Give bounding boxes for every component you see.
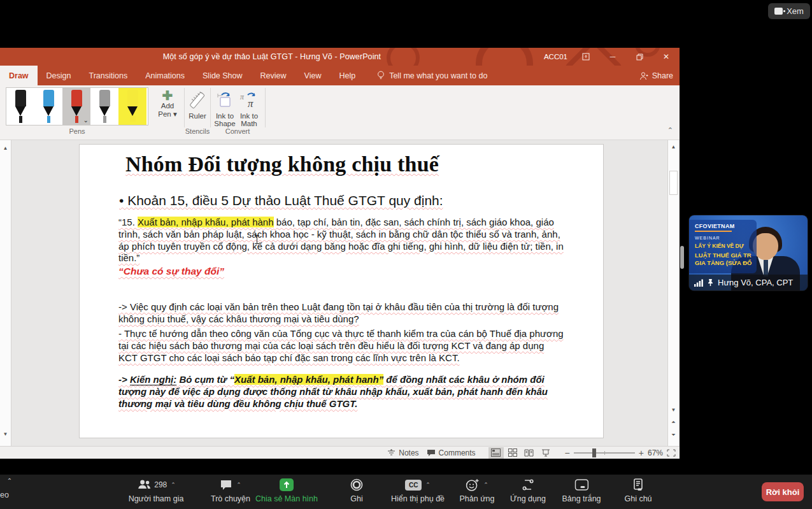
group-label-convert: Convert xyxy=(210,127,265,135)
restore-button[interactable] xyxy=(626,48,653,66)
tab-animations[interactable]: Animations xyxy=(136,66,194,85)
participants-label: Người tham gia xyxy=(129,494,184,503)
slide-sorter-view-button[interactable] xyxy=(505,447,520,459)
leave-button[interactable]: Rời khỏi xyxy=(762,482,804,501)
toolbar-reactions[interactable]: ⌃ Phản ứng xyxy=(460,478,495,503)
whiteboard-icon xyxy=(574,479,588,491)
yellow-highlighter[interactable] xyxy=(118,88,146,125)
fit-slide-to-window-icon[interactable] xyxy=(667,449,676,457)
status-bar: Notes Comments − xyxy=(0,446,680,459)
comments-toggle[interactable]: Comments xyxy=(427,448,476,457)
tab-design[interactable]: Design xyxy=(38,66,80,85)
share-label: Share xyxy=(652,71,673,80)
titlebar: Một số góp ý về dự thảo Luật GTGT - Hưng… xyxy=(0,48,680,66)
scroll-down-icon[interactable]: ▼ xyxy=(3,431,8,437)
reactions-smiley-icon xyxy=(466,478,480,491)
toolbar-participants[interactable]: 298 ⌃ Người tham gia xyxy=(129,478,184,503)
ribbon-display-options-button[interactable] xyxy=(573,48,599,66)
scroll-up-icon[interactable]: ▲ xyxy=(3,145,8,151)
scrollbar-thumb[interactable] xyxy=(669,171,678,195)
toolbar-video-partial[interactable]: ⌃ eo xyxy=(0,477,19,499)
chevron-up-icon[interactable]: ⌃ xyxy=(0,477,19,484)
minimize-button[interactable]: ─ xyxy=(599,48,626,66)
text-cursor xyxy=(254,235,260,244)
toolbar-apps[interactable]: Ứng dụng xyxy=(510,478,546,503)
ink-to-math-button[interactable]: ππ Ink to Math xyxy=(237,89,261,127)
chevron-up-icon[interactable]: ⌃ xyxy=(171,482,176,488)
slide-paragraph-no-change: “Chưa có sự thay đổi” xyxy=(118,266,564,278)
thumbnail-pane-scrollbar[interactable]: ▲ ▼ xyxy=(0,140,11,446)
reading-view-button[interactable] xyxy=(522,447,537,459)
previous-slide-button[interactable]: ⏶ xyxy=(668,419,679,426)
chevron-up-icon[interactable]: ⌃ xyxy=(425,482,431,488)
toolbar-notes[interactable]: Ghi chú xyxy=(624,478,652,503)
comments-icon xyxy=(427,449,436,457)
next-slide-button[interactable]: ⏷ xyxy=(668,432,679,438)
normal-view-button[interactable] xyxy=(488,447,504,459)
tab-draw[interactable]: Draw xyxy=(0,66,38,85)
slide-paragraph-recommendation: -> Kiến nghị: Bỏ cụm từ “Xuất bản, nhập … xyxy=(118,374,564,410)
black-pen[interactable] xyxy=(6,88,34,125)
tell-me-box[interactable]: Tell me what you want to do xyxy=(368,66,496,85)
tell-me-label: Tell me what you want to do xyxy=(389,71,487,80)
video-name-bar: Hưng Võ, CPA, CPT xyxy=(689,275,808,290)
ink-to-shape-icon xyxy=(213,89,237,111)
slide-title: Nhóm Đối tượng không chịu thuế xyxy=(125,152,439,176)
slide-scrollbar[interactable]: ▲ ▼ ⏶ ⏷ xyxy=(667,140,679,446)
speaker-video-tile[interactable]: CFOVIETNAM WEBINAR LẤY Ý KIẾN VỀ DỰ LUẬT… xyxy=(689,215,808,290)
lightbulb-icon xyxy=(377,71,385,80)
red-pen-selected[interactable]: ⌄ xyxy=(62,88,90,125)
screen: Xem Một số góp ý về dự thảo Luật GTGT - … xyxy=(0,0,812,509)
apps-label: Ứng dụng xyxy=(510,494,546,503)
scroll-up-icon[interactable]: ▲ xyxy=(668,144,679,150)
webinar-topic-line3: GIA TĂNG (SỬA ĐỔ xyxy=(695,259,752,266)
slide-paragraph-law-text: “15. Xuất bản, nhập khẩu, phát hành báo,… xyxy=(118,217,564,264)
tab-review[interactable]: Review xyxy=(252,66,296,85)
blue-pen[interactable] xyxy=(34,88,62,125)
zoom-slider[interactable] xyxy=(574,452,635,454)
toolbar-share-screen[interactable]: Chia sẻ Màn hình xyxy=(255,478,318,503)
scroll-down-icon[interactable]: ▼ xyxy=(668,407,679,413)
tab-slide-show[interactable]: Slide Show xyxy=(194,66,252,85)
ink-to-shape-button[interactable]: Ink to Shape xyxy=(213,89,237,127)
svg-text:π: π xyxy=(240,92,245,101)
account-label: ACC01 xyxy=(544,53,567,61)
captions-label: Hiển thị phụ đề xyxy=(391,494,445,503)
ruler-button[interactable]: Ruler xyxy=(187,89,208,120)
view-button[interactable]: Xem xyxy=(768,3,810,19)
share-screen-icon xyxy=(279,478,294,492)
toolbar-whiteboard[interactable]: Bảng trắng xyxy=(562,478,601,503)
share-button[interactable]: Share xyxy=(639,66,673,85)
toolbar-record[interactable]: Ghi xyxy=(350,478,363,503)
tab-view[interactable]: View xyxy=(296,66,331,85)
pen-dropdown-chevron-icon[interactable]: ⌄ xyxy=(83,117,89,124)
gray-pencil[interactable] xyxy=(90,88,118,125)
zoom-percent[interactable]: 67% xyxy=(648,448,663,457)
brand-logo: CFOVIETNAM xyxy=(695,223,757,229)
meeting-toolbar: ⌃ eo 298 ⌃ Người tham gia ⌃ Trò chuyện C… xyxy=(0,475,812,509)
tab-help[interactable]: Help xyxy=(330,66,364,85)
zoom-slider-thumb[interactable] xyxy=(592,448,596,457)
zoom-in-button[interactable]: + xyxy=(639,448,644,458)
slide-paragraph-question: -> Việc quy định các loại văn bản trên t… xyxy=(118,301,564,326)
toolbar-captions[interactable]: CC ⌃ Hiển thị phụ đề xyxy=(391,478,445,503)
view-layout-icon xyxy=(774,8,783,15)
close-button[interactable]: ✕ xyxy=(653,48,680,66)
tab-transitions[interactable]: Transitions xyxy=(80,66,137,85)
zoom-out-button[interactable]: − xyxy=(565,448,570,458)
collapse-ribbon-chevron-icon[interactable]: ⌃ xyxy=(667,126,673,134)
reactions-label: Phản ứng xyxy=(460,494,495,503)
slide-show-button[interactable] xyxy=(538,447,553,459)
chevron-up-icon[interactable]: ⌃ xyxy=(236,482,241,488)
record-icon xyxy=(350,478,363,491)
add-pen-button[interactable]: ✚ Add Pen ▾ xyxy=(155,89,180,118)
slide-canvas[interactable]: Nhóm Đối tượng không chịu thuế • Khoản 1… xyxy=(80,145,603,438)
chevron-up-icon[interactable]: ⌃ xyxy=(483,482,488,488)
group-label-stencils: Stencils xyxy=(184,127,211,135)
window-title: Một số góp ý về dự thảo Luật GTGT - Hưng… xyxy=(0,52,544,61)
pen-gallery: ⌄ xyxy=(6,87,148,125)
ribbon-tab-row: Draw Design Transitions Animations Slide… xyxy=(0,66,680,85)
notes-toggle[interactable]: Notes xyxy=(387,448,418,457)
toolbar-chat[interactable]: ⌃ Trò chuyện xyxy=(211,478,250,503)
video-panel-handle[interactable] xyxy=(680,246,684,269)
